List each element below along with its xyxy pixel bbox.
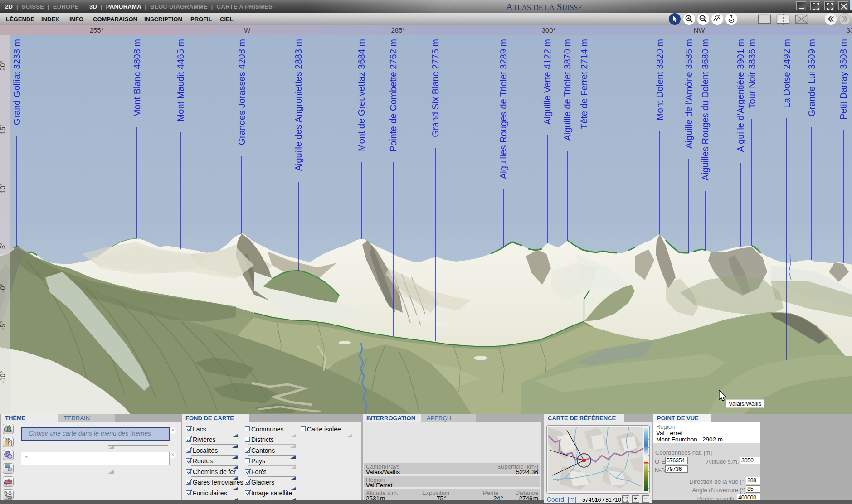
svg-text:Aiguille de l'Amône 3586 m: Aiguille de l'Amône 3586 m [684, 39, 694, 149]
svg-text:Grande Lui 3509 m: Grande Lui 3509 m [807, 39, 817, 116]
svg-text:-10°: -10° [0, 371, 6, 383]
svg-text:Aiguilles Rouges de Triolet: Aiguilles Rouges de Triolet 3289 m [498, 39, 508, 179]
svg-text:Grand Six Blanc 2775 m: Grand Six Blanc 2775 m [430, 39, 440, 137]
svg-text:Grand Golliat 3238 m: Grand Golliat 3238 m [12, 39, 22, 125]
svg-text:255°: 255° [89, 26, 103, 34]
svg-text:Valais/Wallis: Valais/Wallis [729, 400, 762, 407]
svg-text:La Dotse 2492 m: La Dotse 2492 m [782, 39, 792, 108]
svg-text:Aiguille d'Argentière 3901: Aiguille d'Argentière 3901 m [735, 39, 745, 152]
svg-text:Mont Maudit 4465 m: Mont Maudit 4465 m [175, 39, 185, 121]
svg-text:Aiguille de Triolet 3870 m: Aiguille de Triolet 3870 m [562, 39, 572, 141]
svg-text:Aiguilles Rouges du Dolent: Aiguilles Rouges du Dolent 3680 m [700, 39, 710, 180]
svg-text:Petit Darray 3508 m: Petit Darray 3508 m [838, 39, 848, 120]
svg-text:5°: 5° [0, 242, 6, 249]
svg-text:W: W [244, 26, 251, 34]
svg-text:NW: NW [694, 26, 706, 34]
svg-text:20°: 20° [0, 61, 6, 71]
svg-text:10°: 10° [0, 183, 6, 194]
svg-text:-5°: -5° [0, 321, 6, 330]
svg-text:Aiguille Verte 4122 m: Aiguille Verte 4122 m [542, 39, 552, 125]
svg-text:Mont Dolent 3820 m: Mont Dolent 3820 m [655, 39, 665, 121]
svg-text:285°: 285° [391, 26, 405, 34]
svg-text:Grandes Jorasses 4208 m: Grandes Jorasses 4208 m [237, 39, 247, 145]
svg-text:Aiguille des Angroniettes 2: Aiguille des Angroniettes 2883 m [293, 39, 303, 171]
svg-text:Tête de Ferret 2714 m: Tête de Ferret 2714 m [579, 39, 589, 129]
svg-text:15°: 15° [0, 124, 6, 135]
svg-text:Mont Blanc 4808 m: Mont Blanc 4808 m [132, 39, 142, 117]
svg-text:Mont de Greuvettaz 3684 m: Mont de Greuvettaz 3684 m [356, 39, 366, 151]
svg-text:330°: 330° [846, 26, 852, 34]
svg-text:Tour Noir 3836 m: Tour Noir 3836 m [747, 39, 757, 108]
svg-text:300°: 300° [541, 26, 555, 34]
svg-text:-0°: -0° [0, 283, 6, 292]
svg-text:Pointe de Combette 2762 m: Pointe de Combette 2762 m [388, 39, 398, 152]
